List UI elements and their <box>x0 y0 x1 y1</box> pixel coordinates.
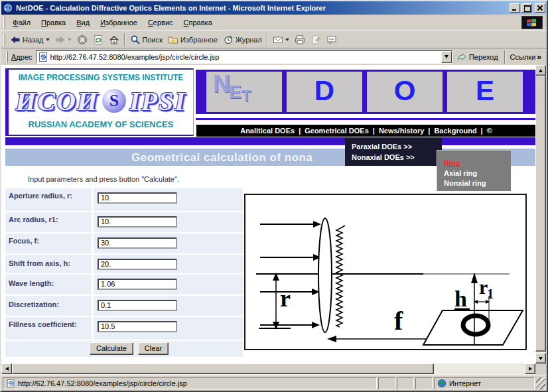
address-input[interactable]: http://62.76.47.52:8080/examples/jsp/cir… <box>36 50 452 64</box>
links-button[interactable]: Ссылки » <box>508 52 544 62</box>
purple-divider-bar <box>5 137 536 145</box>
ipsi-logo: ИСОИ S IPSI <box>9 82 193 119</box>
arc-radius-input[interactable] <box>98 216 177 228</box>
vertical-scroll-thumb[interactable] <box>535 76 546 352</box>
nav-analitical-does[interactable]: Analitical DOEs <box>240 127 295 135</box>
menu-item-nonaxial-does[interactable]: Nonaxial DOEs >> <box>352 152 442 163</box>
scroll-up-button[interactable] <box>535 65 546 76</box>
nav-copyright[interactable]: © <box>487 127 492 135</box>
toolbar-separator <box>124 33 125 46</box>
nav-separator: | <box>299 127 301 135</box>
menu-item-axial-ring[interactable]: Axial ring <box>444 168 511 178</box>
nav-background[interactable]: Background <box>434 127 476 135</box>
forward-button[interactable] <box>52 33 74 47</box>
maximize-button[interactable] <box>521 3 532 13</box>
ipsi-logo-block[interactable]: IMAGE PROCESSING SYSTEMS INSTITUTE ИСОИ … <box>5 68 194 136</box>
institute-name: IMAGE PROCESSING SYSTEMS INSTITUTE <box>9 73 193 82</box>
mail-dropdown-caret[interactable] <box>285 38 289 43</box>
address-dropdown-button[interactable] <box>441 51 452 63</box>
search-button[interactable]: Поиск <box>127 33 165 47</box>
browser-window: NetDOE - Calculation Diffractive Optics … <box>0 0 548 392</box>
site-nav-bar: Analitical DOEs | Geometrical DOEs | New… <box>196 125 536 137</box>
menu-tools[interactable]: Сервис <box>143 17 178 29</box>
go-button[interactable]: Переход <box>452 50 502 64</box>
stop-button[interactable] <box>74 33 90 47</box>
menu-item-paraxial-does[interactable]: Paraxial DOEs >> <box>352 141 442 152</box>
horizontal-scroll-thumb[interactable] <box>12 363 434 374</box>
triangle-left-icon <box>3 367 9 371</box>
calculate-button[interactable]: Calculate <box>90 342 133 355</box>
favorites-label: Избранное <box>180 36 218 44</box>
print-button[interactable] <box>292 33 308 47</box>
back-label: Назад <box>23 36 44 44</box>
discretization-input[interactable] <box>98 300 177 311</box>
field-cell <box>94 275 243 294</box>
scroll-left-button[interactable] <box>1 363 12 374</box>
field-cell <box>94 212 243 232</box>
focus-input[interactable] <box>98 237 177 249</box>
toolbar-separator <box>267 33 268 46</box>
logo-swirl-icon: S <box>102 89 126 113</box>
netdoe-cell-d: D <box>287 72 362 112</box>
status-zone-panel: Интернет <box>434 377 535 389</box>
back-button[interactable]: Назад <box>7 33 52 47</box>
menu-item-ring[interactable]: Ring <box>444 159 511 168</box>
field-cell <box>94 233 243 253</box>
status-message-panel: http://62.76.47.52:8080/examples/jsp/cir… <box>3 377 377 389</box>
menubar-grip[interactable] <box>3 17 5 29</box>
page-title: Geometrical calculation of nona <box>131 151 312 164</box>
refresh-icon <box>93 34 103 45</box>
links-label: Ссылки <box>510 53 536 61</box>
forward-dropdown-caret[interactable] <box>68 38 72 43</box>
field-label: Focus, f: <box>5 233 92 253</box>
doe-zigzag <box>336 226 345 327</box>
nav-news-history[interactable]: News/history <box>379 127 424 135</box>
scroll-down-button[interactable] <box>535 353 546 363</box>
clear-button[interactable]: Clear <box>138 342 169 355</box>
label-aperture-radius: r <box>280 285 291 312</box>
triangle-down-icon <box>539 357 543 362</box>
menu-favorites[interactable]: Избранное <box>95 17 143 29</box>
menu-view[interactable]: Вид <box>71 17 95 29</box>
menu-edit[interactable]: Правка <box>36 17 71 29</box>
close-button[interactable] <box>535 3 545 13</box>
triangle-up-icon <box>539 67 543 72</box>
toolbar: Назад <box>1 31 547 48</box>
field-label: Arc radius, r1: <box>5 212 92 232</box>
logo-cyrillic-text: ИСОИ <box>15 86 99 117</box>
resize-grip[interactable] <box>536 377 545 389</box>
scrollbar-corner <box>535 363 547 375</box>
minimize-button[interactable] <box>510 3 520 13</box>
field-cell <box>94 255 243 273</box>
address-url[interactable]: http://62.76.47.52:8080/examples/jsp/cir… <box>50 53 441 61</box>
favorites-button[interactable]: Избранное <box>165 33 220 47</box>
vertical-scrollbar[interactable] <box>535 65 547 363</box>
edit-button[interactable] <box>308 33 324 47</box>
shift-from-axis-input[interactable] <box>98 259 177 270</box>
back-dropdown-caret[interactable] <box>46 38 50 43</box>
addressbar-grip[interactable] <box>6 51 8 63</box>
menu-item-nonxial-ring[interactable]: Nonxial ring <box>444 178 511 188</box>
print-icon <box>295 34 305 45</box>
scroll-right-button[interactable] <box>525 363 535 374</box>
history-button[interactable]: Журнал <box>220 33 265 47</box>
refresh-button[interactable] <box>90 33 106 47</box>
discuss-button[interactable] <box>324 33 340 47</box>
nav-geometrical-does[interactable]: Geometrical DOEs <box>305 127 369 135</box>
horizontal-scrollbar[interactable] <box>1 363 535 375</box>
home-button[interactable] <box>106 33 122 47</box>
wave-length-input[interactable] <box>98 279 177 290</box>
netdoe-banner: NET D O E <box>196 70 535 114</box>
fillness-coefficient-input[interactable] <box>98 321 177 332</box>
links-chevron-icon[interactable]: » <box>537 52 541 62</box>
menu-file[interactable]: Файл <box>7 17 36 29</box>
aperture-radius-input[interactable] <box>98 192 177 204</box>
mail-button[interactable] <box>270 33 292 47</box>
nav-separator: | <box>481 127 483 135</box>
menu-help[interactable]: Справка <box>178 17 218 29</box>
parameters-form: Aperture radius, r: Arc radius, r1: Focu… <box>5 188 243 357</box>
toolbar-grip[interactable] <box>3 34 5 46</box>
window-title: NetDOE - Calculation Diffractive Optics … <box>16 4 326 12</box>
chevron-down-icon <box>445 55 448 60</box>
netdoe-cell-net: NET <box>206 72 282 112</box>
